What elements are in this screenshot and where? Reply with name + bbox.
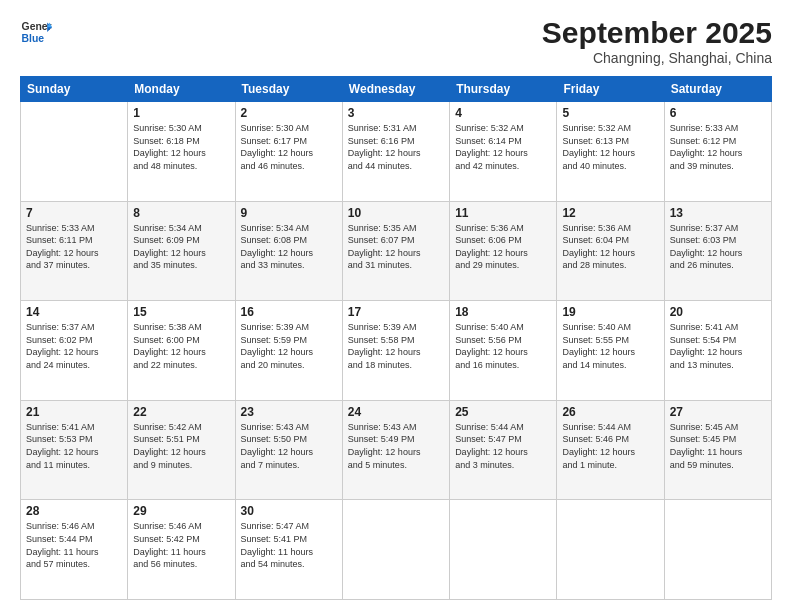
calendar-cell (21, 102, 128, 202)
day-number: 26 (562, 405, 658, 419)
calendar-table: SundayMondayTuesdayWednesdayThursdayFrid… (20, 76, 772, 600)
day-info: Sunrise: 5:36 AMSunset: 6:06 PMDaylight:… (455, 222, 551, 272)
svg-text:Blue: Blue (22, 33, 45, 44)
weekday-header-friday: Friday (557, 77, 664, 102)
day-number: 20 (670, 305, 766, 319)
calendar-cell: 19Sunrise: 5:40 AMSunset: 5:55 PMDayligh… (557, 301, 664, 401)
calendar-week-4: 21Sunrise: 5:41 AMSunset: 5:53 PMDayligh… (21, 400, 772, 500)
calendar-cell: 4Sunrise: 5:32 AMSunset: 6:14 PMDaylight… (450, 102, 557, 202)
calendar-cell: 14Sunrise: 5:37 AMSunset: 6:02 PMDayligh… (21, 301, 128, 401)
day-info: Sunrise: 5:44 AMSunset: 5:46 PMDaylight:… (562, 421, 658, 471)
day-info: Sunrise: 5:36 AMSunset: 6:04 PMDaylight:… (562, 222, 658, 272)
calendar-cell: 5Sunrise: 5:32 AMSunset: 6:13 PMDaylight… (557, 102, 664, 202)
day-info: Sunrise: 5:42 AMSunset: 5:51 PMDaylight:… (133, 421, 229, 471)
day-number: 1 (133, 106, 229, 120)
weekday-header-monday: Monday (128, 77, 235, 102)
day-info: Sunrise: 5:33 AMSunset: 6:12 PMDaylight:… (670, 122, 766, 172)
day-info: Sunrise: 5:31 AMSunset: 6:16 PMDaylight:… (348, 122, 444, 172)
day-info: Sunrise: 5:32 AMSunset: 6:13 PMDaylight:… (562, 122, 658, 172)
calendar-cell (557, 500, 664, 600)
day-info: Sunrise: 5:43 AMSunset: 5:49 PMDaylight:… (348, 421, 444, 471)
day-number: 11 (455, 206, 551, 220)
title-block: September 2025 Changning, Shanghai, Chin… (542, 16, 772, 66)
header: General Blue September 2025 Changning, S… (20, 16, 772, 66)
calendar-week-3: 14Sunrise: 5:37 AMSunset: 6:02 PMDayligh… (21, 301, 772, 401)
calendar-cell: 6Sunrise: 5:33 AMSunset: 6:12 PMDaylight… (664, 102, 771, 202)
weekday-header-thursday: Thursday (450, 77, 557, 102)
day-number: 27 (670, 405, 766, 419)
calendar-cell (664, 500, 771, 600)
day-info: Sunrise: 5:44 AMSunset: 5:47 PMDaylight:… (455, 421, 551, 471)
calendar-week-1: 1Sunrise: 5:30 AMSunset: 6:18 PMDaylight… (21, 102, 772, 202)
day-number: 14 (26, 305, 122, 319)
calendar-cell: 25Sunrise: 5:44 AMSunset: 5:47 PMDayligh… (450, 400, 557, 500)
calendar-cell: 7Sunrise: 5:33 AMSunset: 6:11 PMDaylight… (21, 201, 128, 301)
day-info: Sunrise: 5:30 AMSunset: 6:18 PMDaylight:… (133, 122, 229, 172)
calendar-cell: 30Sunrise: 5:47 AMSunset: 5:41 PMDayligh… (235, 500, 342, 600)
calendar-cell: 10Sunrise: 5:35 AMSunset: 6:07 PMDayligh… (342, 201, 449, 301)
calendar-cell: 18Sunrise: 5:40 AMSunset: 5:56 PMDayligh… (450, 301, 557, 401)
day-number: 21 (26, 405, 122, 419)
day-number: 2 (241, 106, 337, 120)
day-info: Sunrise: 5:35 AMSunset: 6:07 PMDaylight:… (348, 222, 444, 272)
calendar-cell: 23Sunrise: 5:43 AMSunset: 5:50 PMDayligh… (235, 400, 342, 500)
day-number: 19 (562, 305, 658, 319)
calendar-cell: 17Sunrise: 5:39 AMSunset: 5:58 PMDayligh… (342, 301, 449, 401)
day-info: Sunrise: 5:45 AMSunset: 5:45 PMDaylight:… (670, 421, 766, 471)
day-number: 10 (348, 206, 444, 220)
day-info: Sunrise: 5:37 AMSunset: 6:02 PMDaylight:… (26, 321, 122, 371)
day-info: Sunrise: 5:40 AMSunset: 5:55 PMDaylight:… (562, 321, 658, 371)
day-number: 23 (241, 405, 337, 419)
calendar-cell: 21Sunrise: 5:41 AMSunset: 5:53 PMDayligh… (21, 400, 128, 500)
calendar-week-2: 7Sunrise: 5:33 AMSunset: 6:11 PMDaylight… (21, 201, 772, 301)
calendar-cell: 12Sunrise: 5:36 AMSunset: 6:04 PMDayligh… (557, 201, 664, 301)
day-number: 30 (241, 504, 337, 518)
weekday-header-wednesday: Wednesday (342, 77, 449, 102)
day-number: 13 (670, 206, 766, 220)
calendar-cell: 11Sunrise: 5:36 AMSunset: 6:06 PMDayligh… (450, 201, 557, 301)
calendar-week-5: 28Sunrise: 5:46 AMSunset: 5:44 PMDayligh… (21, 500, 772, 600)
day-number: 16 (241, 305, 337, 319)
day-info: Sunrise: 5:34 AMSunset: 6:08 PMDaylight:… (241, 222, 337, 272)
day-info: Sunrise: 5:46 AMSunset: 5:44 PMDaylight:… (26, 520, 122, 570)
day-info: Sunrise: 5:34 AMSunset: 6:09 PMDaylight:… (133, 222, 229, 272)
day-number: 28 (26, 504, 122, 518)
day-number: 17 (348, 305, 444, 319)
calendar-cell: 29Sunrise: 5:46 AMSunset: 5:42 PMDayligh… (128, 500, 235, 600)
calendar-cell: 15Sunrise: 5:38 AMSunset: 6:00 PMDayligh… (128, 301, 235, 401)
day-info: Sunrise: 5:41 AMSunset: 5:54 PMDaylight:… (670, 321, 766, 371)
calendar-cell: 1Sunrise: 5:30 AMSunset: 6:18 PMDaylight… (128, 102, 235, 202)
calendar-cell: 13Sunrise: 5:37 AMSunset: 6:03 PMDayligh… (664, 201, 771, 301)
calendar-cell: 20Sunrise: 5:41 AMSunset: 5:54 PMDayligh… (664, 301, 771, 401)
day-info: Sunrise: 5:43 AMSunset: 5:50 PMDaylight:… (241, 421, 337, 471)
logo-icon: General Blue (20, 16, 52, 48)
day-info: Sunrise: 5:37 AMSunset: 6:03 PMDaylight:… (670, 222, 766, 272)
day-info: Sunrise: 5:47 AMSunset: 5:41 PMDaylight:… (241, 520, 337, 570)
weekday-header-sunday: Sunday (21, 77, 128, 102)
day-info: Sunrise: 5:41 AMSunset: 5:53 PMDaylight:… (26, 421, 122, 471)
calendar-cell (342, 500, 449, 600)
day-info: Sunrise: 5:33 AMSunset: 6:11 PMDaylight:… (26, 222, 122, 272)
day-number: 5 (562, 106, 658, 120)
calendar-cell: 27Sunrise: 5:45 AMSunset: 5:45 PMDayligh… (664, 400, 771, 500)
day-number: 15 (133, 305, 229, 319)
day-number: 18 (455, 305, 551, 319)
calendar-cell (450, 500, 557, 600)
calendar-cell: 9Sunrise: 5:34 AMSunset: 6:08 PMDaylight… (235, 201, 342, 301)
calendar-cell: 8Sunrise: 5:34 AMSunset: 6:09 PMDaylight… (128, 201, 235, 301)
month-year-title: September 2025 (542, 16, 772, 50)
location-subtitle: Changning, Shanghai, China (542, 50, 772, 66)
day-number: 8 (133, 206, 229, 220)
calendar-cell: 2Sunrise: 5:30 AMSunset: 6:17 PMDaylight… (235, 102, 342, 202)
day-info: Sunrise: 5:46 AMSunset: 5:42 PMDaylight:… (133, 520, 229, 570)
day-info: Sunrise: 5:39 AMSunset: 5:59 PMDaylight:… (241, 321, 337, 371)
day-number: 4 (455, 106, 551, 120)
day-number: 6 (670, 106, 766, 120)
calendar-cell: 28Sunrise: 5:46 AMSunset: 5:44 PMDayligh… (21, 500, 128, 600)
weekday-header-row: SundayMondayTuesdayWednesdayThursdayFrid… (21, 77, 772, 102)
logo: General Blue (20, 16, 52, 48)
day-info: Sunrise: 5:39 AMSunset: 5:58 PMDaylight:… (348, 321, 444, 371)
day-number: 24 (348, 405, 444, 419)
day-number: 22 (133, 405, 229, 419)
weekday-header-saturday: Saturday (664, 77, 771, 102)
